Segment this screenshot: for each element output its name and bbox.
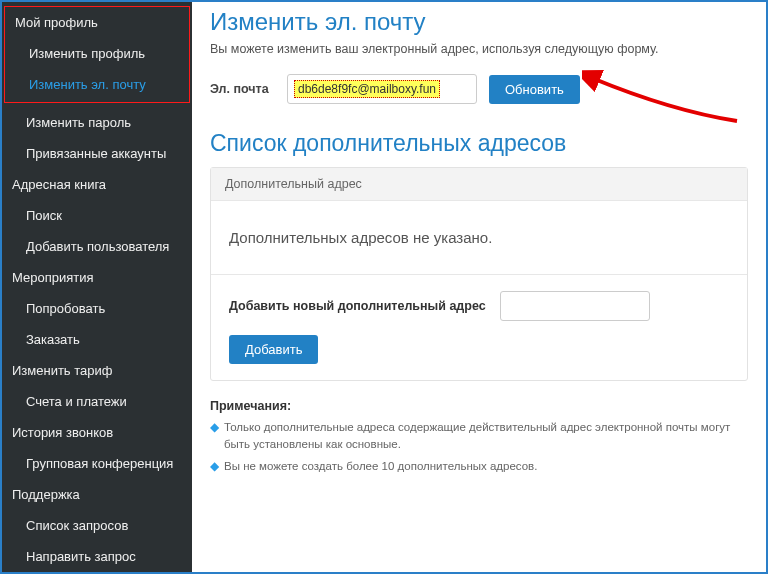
- nav-change-password[interactable]: Изменить пароль: [2, 107, 192, 138]
- nav-events[interactable]: Мероприятия: [2, 262, 192, 293]
- profile-group-highlight: Мой профиль Изменить профиль Изменить эл…: [4, 6, 190, 103]
- nav-tickets[interactable]: Список запросов: [2, 510, 192, 541]
- nav-call-history[interactable]: История звонков: [2, 417, 192, 448]
- nav-search[interactable]: Поиск: [2, 200, 192, 231]
- nav-change-plan[interactable]: Изменить тариф: [2, 355, 192, 386]
- nav-add-user[interactable]: Добавить пользователя: [2, 231, 192, 262]
- nav-address-book[interactable]: Адресная книга: [2, 169, 192, 200]
- page-desc: Вы можете изменить ваш электронный адрес…: [210, 42, 748, 56]
- email-label: Эл. почта: [210, 82, 275, 96]
- add-button[interactable]: Добавить: [229, 335, 318, 364]
- notes-section: Примечания: ◆ Только дополнительные адре…: [210, 399, 748, 475]
- note-1-text: Только дополнительные адреса содержащие …: [224, 419, 748, 454]
- note-2-text: Вы не можете создать более 10 дополнител…: [224, 458, 537, 475]
- nav-order[interactable]: Заказать: [2, 324, 192, 355]
- bullet-icon: ◆: [210, 458, 218, 475]
- nav-group-conference[interactable]: Групповая конференция: [2, 448, 192, 479]
- extra-addresses-title: Список дополнительных адресов: [210, 130, 748, 157]
- email-input[interactable]: db6de8f9fc@mailboxy.fun: [287, 74, 477, 104]
- nav-billing[interactable]: Счета и платежи: [2, 386, 192, 417]
- add-address-input[interactable]: [500, 291, 650, 321]
- note-item-2: ◆ Вы не можете создать более 10 дополнит…: [210, 458, 748, 475]
- nav-support[interactable]: Поддержка: [2, 479, 192, 510]
- panel-header: Дополнительный адрес: [211, 168, 747, 201]
- nav-new-ticket[interactable]: Направить запрос: [2, 541, 192, 572]
- note-item-1: ◆ Только дополнительные адреса содержащи…: [210, 419, 748, 454]
- bullet-icon: ◆: [210, 419, 218, 454]
- page-title: Изменить эл. почту: [210, 8, 748, 36]
- email-value-highlight: db6de8f9fc@mailboxy.fun: [294, 80, 440, 98]
- extra-addresses-panel: Дополнительный адрес Дополнительных адре…: [210, 167, 748, 381]
- nav-try[interactable]: Попробовать: [2, 293, 192, 324]
- nav-edit-email[interactable]: Изменить эл. почту: [5, 69, 189, 100]
- nav-edit-profile[interactable]: Изменить профиль: [5, 38, 189, 69]
- panel-empty-text: Дополнительных адресов не указано.: [211, 201, 747, 274]
- nav-linked-accounts[interactable]: Привязанные аккаунты: [2, 138, 192, 169]
- notes-heading: Примечания:: [210, 399, 748, 413]
- main-content: Изменить эл. почту Вы можете изменить ва…: [192, 2, 766, 572]
- sidebar: Мой профиль Изменить профиль Изменить эл…: [2, 2, 192, 572]
- nav-my-profile[interactable]: Мой профиль: [5, 7, 189, 38]
- email-form-row: Эл. почта db6de8f9fc@mailboxy.fun Обнови…: [210, 74, 748, 104]
- add-address-label: Добавить новый дополнительный адрес: [229, 299, 486, 313]
- update-button[interactable]: Обновить: [489, 75, 580, 104]
- panel-footer: Добавить новый дополнительный адрес Доба…: [211, 274, 747, 380]
